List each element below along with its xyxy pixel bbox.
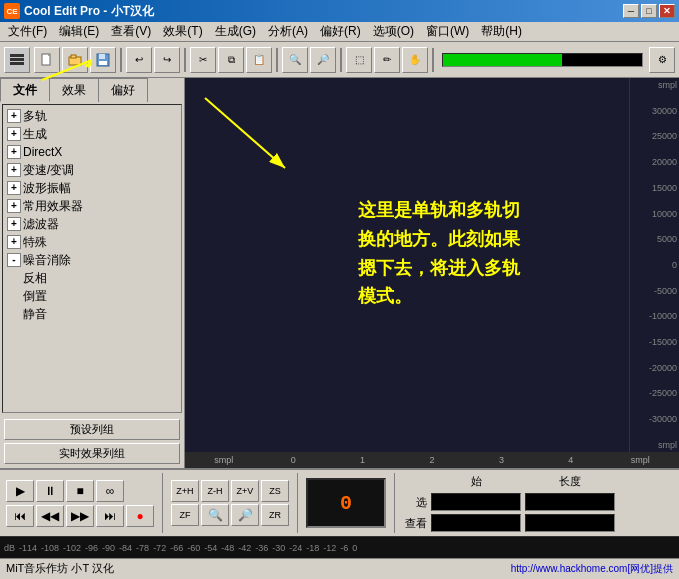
zoom-in-h[interactable]: Z+H bbox=[171, 480, 199, 502]
menu-file[interactable]: 文件(F) bbox=[2, 21, 53, 42]
menu-edit[interactable]: 编辑(E) bbox=[53, 21, 105, 42]
expand-icon-directx[interactable]: + bbox=[7, 145, 21, 159]
transport-controls: ▶ ⏸ ■ ∞ ⏮ ◀◀ ▶▶ ⏭ ● bbox=[6, 480, 154, 527]
expand-icon-filter[interactable]: + bbox=[7, 217, 21, 231]
window-controls: ─ □ ✕ bbox=[623, 4, 675, 18]
record-button[interactable]: ● bbox=[126, 505, 154, 527]
meter-n66: -66 bbox=[170, 543, 183, 553]
end-button[interactable]: ⏭ bbox=[96, 505, 124, 527]
expand-icon-multitrack[interactable]: + bbox=[7, 109, 21, 123]
tree-item-generate[interactable]: + 生成 bbox=[5, 125, 179, 143]
menu-prefs[interactable]: 偏好(R) bbox=[314, 21, 367, 42]
zoom-select[interactable]: ZS bbox=[261, 480, 289, 502]
fast-back-button[interactable]: ◀◀ bbox=[36, 505, 64, 527]
play-button[interactable]: ▶ bbox=[6, 480, 34, 502]
tree-item-directx[interactable]: + DirectX bbox=[5, 143, 179, 161]
meter-n18: -18 bbox=[306, 543, 319, 553]
select-start-input[interactable] bbox=[431, 493, 521, 511]
meter-n6: -6 bbox=[340, 543, 348, 553]
realtime-btn[interactable]: 实时效果列组 bbox=[4, 443, 180, 464]
toolbar-sep-4 bbox=[340, 48, 342, 72]
stop-button[interactable]: ■ bbox=[66, 480, 94, 502]
status-left: MiT音乐作坊 小T 汉化 bbox=[6, 561, 114, 576]
menu-help[interactable]: 帮助(H) bbox=[475, 21, 528, 42]
menu-view[interactable]: 查看(V) bbox=[105, 21, 157, 42]
toolbar-zoom-in[interactable]: 🔍 bbox=[282, 47, 308, 73]
scale-label-n10000: -10000 bbox=[632, 311, 677, 321]
tree-item-filter[interactable]: + 滤波器 bbox=[5, 215, 179, 233]
tree-item-noise[interactable]: - 噪音消除 bbox=[5, 251, 179, 269]
rewind-button[interactable]: ⏮ bbox=[6, 505, 34, 527]
maximize-button[interactable]: □ bbox=[641, 4, 657, 18]
tree-item-special[interactable]: + 特殊 bbox=[5, 233, 179, 251]
meter-0: 0 bbox=[352, 543, 357, 553]
toolbar-cut[interactable]: ✂ bbox=[190, 47, 216, 73]
toolbar-settings[interactable]: ⚙ bbox=[649, 47, 675, 73]
expand-icon-effects[interactable]: + bbox=[7, 199, 21, 213]
tree-item-pitch[interactable]: + 变速/变调 bbox=[5, 161, 179, 179]
zoom-out-h[interactable]: Z-H bbox=[201, 480, 229, 502]
zoom-out-full[interactable]: ZF bbox=[171, 504, 199, 526]
main-content: 文件 效果 偏好 + 多轨 + 生成 + DirectX + 变速/变调 + bbox=[0, 78, 679, 468]
toolbar-mode-btn[interactable] bbox=[4, 47, 30, 73]
expand-icon-pitch[interactable]: + bbox=[7, 163, 21, 177]
close-button[interactable]: ✕ bbox=[659, 4, 675, 18]
scale-bar: smpl 30000 25000 20000 15000 10000 5000 … bbox=[629, 78, 679, 452]
fast-forward-button[interactable]: ▶▶ bbox=[66, 505, 94, 527]
ruler-tick-0: 0 bbox=[258, 455, 327, 465]
scale-label-10000: 10000 bbox=[632, 209, 677, 219]
ruler-tick-2: 2 bbox=[397, 455, 466, 465]
expand-icon-generate[interactable]: + bbox=[7, 127, 21, 141]
tree-item-effects[interactable]: + 常用效果器 bbox=[5, 197, 179, 215]
scale-label-n15000: -15000 bbox=[632, 337, 677, 347]
tree-item-reverse[interactable]: 倒置 bbox=[5, 287, 179, 305]
toolbar-redo[interactable]: ↪ bbox=[154, 47, 180, 73]
level-meter: dB -114 -108 -102 -96 -90 -84 -78 -72 -6… bbox=[0, 536, 679, 558]
time-row-select: 选 bbox=[403, 493, 673, 511]
meter-n84: -84 bbox=[119, 543, 132, 553]
menu-options[interactable]: 选项(O) bbox=[367, 21, 420, 42]
tree-item-amplitude[interactable]: + 波形振幅 bbox=[5, 179, 179, 197]
tree-item-multitrack[interactable]: + 多轨 bbox=[5, 107, 179, 125]
expand-icon-special[interactable]: + bbox=[7, 235, 21, 249]
waveform-area[interactable]: 这里是单轨和多轨切 换的地方。此刻如果 摁下去，将进入多轨 模式。 bbox=[185, 78, 629, 452]
zoom-in-btn[interactable]: 🔍 bbox=[201, 504, 229, 526]
view-length-input[interactable] bbox=[525, 514, 615, 532]
toolbar-copy[interactable]: ⧉ bbox=[218, 47, 244, 73]
toolbar: ↩ ↪ ✂ ⧉ 📋 🔍 🔎 ⬚ ✏ ✋ ⚙ bbox=[0, 42, 679, 78]
zoom-reset[interactable]: ZR bbox=[261, 504, 289, 526]
toolbar-hand[interactable]: ✋ bbox=[402, 47, 428, 73]
loop-button[interactable]: ∞ bbox=[96, 480, 124, 502]
toolbar-select[interactable]: ⬚ bbox=[346, 47, 372, 73]
menu-analyze[interactable]: 分析(A) bbox=[262, 21, 314, 42]
meter-n12: -12 bbox=[323, 543, 336, 553]
svg-rect-1 bbox=[10, 58, 24, 61]
toolbar-sep-5 bbox=[432, 48, 434, 72]
time-fields: 始 长度 选 查看 bbox=[403, 474, 673, 532]
menu-window[interactable]: 窗口(W) bbox=[420, 21, 475, 42]
toolbar-paste[interactable]: 📋 bbox=[246, 47, 272, 73]
menu-generate[interactable]: 生成(G) bbox=[209, 21, 262, 42]
toolbar-sep-2 bbox=[184, 48, 186, 72]
svg-rect-0 bbox=[10, 54, 24, 57]
left-panel: 文件 效果 偏好 + 多轨 + 生成 + DirectX + 变速/变调 + bbox=[0, 78, 185, 468]
expand-icon-amplitude[interactable]: + bbox=[7, 181, 21, 195]
zoom-out-btn[interactable]: 🔎 bbox=[231, 504, 259, 526]
tree-item-silence[interactable]: 静音 bbox=[5, 305, 179, 323]
meter-n90: -90 bbox=[102, 543, 115, 553]
presets-btn[interactable]: 预设列组 bbox=[4, 419, 180, 440]
scale-label-n25000: -25000 bbox=[632, 388, 677, 398]
toolbar-pencil[interactable]: ✏ bbox=[374, 47, 400, 73]
pause-button[interactable]: ⏸ bbox=[36, 480, 64, 502]
menu-effects[interactable]: 效果(T) bbox=[157, 21, 208, 42]
expand-icon-noise[interactable]: - bbox=[7, 253, 21, 267]
zoom-in-v[interactable]: Z+V bbox=[231, 480, 259, 502]
tree-view: + 多轨 + 生成 + DirectX + 变速/变调 + 波形振幅 + 常用效… bbox=[2, 104, 182, 413]
minimize-button[interactable]: ─ bbox=[623, 4, 639, 18]
tree-item-invert[interactable]: 反相 bbox=[5, 269, 179, 287]
toolbar-zoom-out[interactable]: 🔎 bbox=[310, 47, 336, 73]
select-length-input[interactable] bbox=[525, 493, 615, 511]
label-view: 查看 bbox=[403, 516, 427, 531]
view-start-input[interactable] bbox=[431, 514, 521, 532]
meter-n36: -36 bbox=[255, 543, 268, 553]
